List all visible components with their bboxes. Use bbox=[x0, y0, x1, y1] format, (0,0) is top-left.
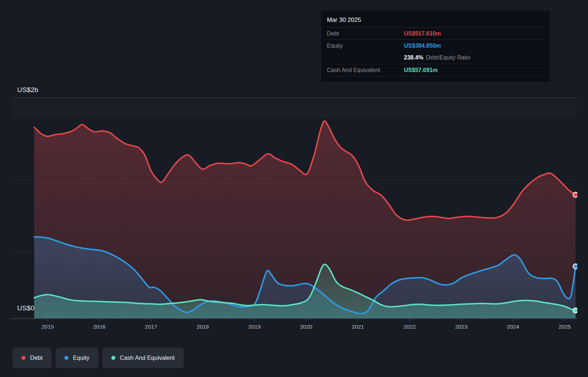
legend-cash-label: Cash And Equivalent bbox=[120, 354, 175, 361]
debt-equity-ratio-label: Debt/Equity Ratio bbox=[426, 54, 471, 61]
tooltip-row-debt: Debt US$917.610m bbox=[327, 28, 544, 39]
tooltip-debt-label: Debt bbox=[327, 30, 404, 37]
tooltip-row-cash: Cash And Equivalent US$57.691m bbox=[327, 64, 544, 76]
x-tick-label: 2015 bbox=[42, 324, 54, 330]
legend-item-cash[interactable]: Cash And Equivalent bbox=[102, 348, 184, 368]
legend-debt-label: Debt bbox=[30, 354, 43, 361]
tooltip-debt-value: US$917.610m bbox=[404, 30, 441, 37]
cash-series-dot-icon bbox=[111, 356, 115, 360]
legend-item-equity[interactable]: Equity bbox=[56, 348, 98, 368]
series-areas bbox=[34, 121, 576, 318]
tooltip-equity-label: Equity bbox=[327, 43, 404, 49]
x-tick-label: 2018 bbox=[197, 324, 209, 330]
tooltip-cash-label: Cash And Equivalent bbox=[327, 67, 404, 73]
x-axis: 2015201620172018201920202021202220232024… bbox=[12, 319, 577, 330]
x-tick-label: 2019 bbox=[248, 324, 260, 330]
equity-series-dot-icon bbox=[64, 356, 68, 360]
x-tick-label: 2024 bbox=[507, 324, 519, 330]
tooltip-date: Mar 30 2025 bbox=[327, 15, 544, 27]
x-tick-label: 2022 bbox=[404, 324, 416, 330]
x-tick-label: 2017 bbox=[145, 324, 157, 330]
x-tick-label: 2023 bbox=[455, 324, 467, 330]
cash-and-equivalent-end-marker bbox=[573, 308, 578, 313]
y-axis-max-label: US$2b bbox=[17, 86, 38, 94]
tooltip-ratio-row: 238.4% Debt/Equity Ratio bbox=[327, 52, 544, 64]
debt-end-marker bbox=[573, 192, 578, 197]
tooltip-row-equity: Equity US$384.850m bbox=[327, 40, 544, 52]
x-tick-label: 2021 bbox=[352, 324, 364, 330]
debt-equity-ratio-value: 238.4% bbox=[404, 54, 423, 61]
divider bbox=[327, 76, 544, 76]
equity-end-marker bbox=[573, 264, 578, 269]
x-tick-label: 2025 bbox=[559, 324, 571, 330]
x-tick-label: 2016 bbox=[93, 324, 105, 330]
tooltip-cash-value: US$57.691m bbox=[404, 67, 438, 73]
hover-tooltip: Mar 30 2025 Debt US$917.610m Equity US$3… bbox=[321, 11, 550, 82]
x-tick-label: 2020 bbox=[300, 324, 313, 330]
legend-equity-label: Equity bbox=[73, 354, 90, 361]
chart-legend: Debt Equity Cash And Equivalent bbox=[13, 348, 184, 368]
debt-equity-history-chart: 2015201620172018201920202021202220232024… bbox=[0, 0, 588, 377]
legend-item-debt[interactable]: Debt bbox=[13, 348, 52, 368]
tooltip-equity-value: US$384.850m bbox=[404, 43, 441, 49]
y-axis-zero-label: US$0 bbox=[17, 304, 34, 312]
debt-series-dot-icon bbox=[21, 356, 25, 360]
